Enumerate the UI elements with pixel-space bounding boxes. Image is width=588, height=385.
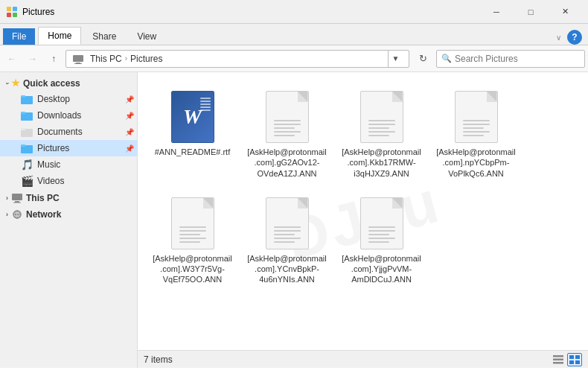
svg-rect-0 (7, 7, 11, 11)
maximize-button[interactable]: □ (514, 0, 548, 24)
pictures-label: Pictures (37, 143, 69, 153)
file-name: [AskHelp@protonmail.com].Kkb17RMW-i3qHJX… (342, 147, 421, 179)
music-icon: 🎵 (21, 159, 33, 171)
generic-file-icon (166, 194, 220, 253)
videos-icon: 🎬 (21, 175, 33, 187)
view-buttons (551, 353, 582, 366)
window-title: Pictures (22, 7, 479, 17)
this-pc-icon (11, 193, 23, 203)
sidebar-item-videos[interactable]: 🎬 Videos (0, 173, 137, 189)
back-button[interactable]: ← (3, 50, 21, 68)
file-name: [AskHelp@protonmail.com].gG2AOv12-OVdeA1… (247, 147, 327, 179)
breadcrumb-pictures[interactable]: Pictures (130, 54, 162, 64)
list-item[interactable]: W #ANN_README#.rtf (150, 84, 235, 182)
generic-file-icon (450, 87, 503, 147)
svg-rect-13 (21, 128, 25, 130)
svg-rect-4 (73, 55, 83, 62)
svg-rect-3 (13, 13, 17, 17)
tab-view[interactable]: View (127, 28, 166, 45)
breadcrumb-this-pc[interactable]: This PC (90, 54, 122, 64)
search-icon: 🔍 (441, 54, 452, 63)
svg-rect-27 (575, 355, 580, 359)
music-label: Music (37, 159, 60, 170)
main-layout: ★ Quick access Desktop 📌 Downloads 📌 (0, 72, 588, 368)
up-button[interactable]: ↑ (45, 50, 63, 68)
search-input[interactable] (455, 54, 580, 64)
tab-home[interactable]: Home (38, 27, 81, 45)
computer-icon (72, 53, 84, 65)
svg-rect-24 (553, 358, 563, 360)
sidebar-item-pictures[interactable]: Pictures 📌 (0, 140, 137, 156)
svg-rect-1 (13, 7, 17, 11)
files-grid: W #ANN_README#.rtf (138, 72, 588, 300)
desktop-folder-icon (21, 93, 33, 105)
close-button[interactable]: ✕ (548, 0, 582, 24)
list-item[interactable]: [AskHelp@protonmail.com].Kkb17RMW-i3qHJX… (339, 84, 424, 182)
refresh-button[interactable]: ↻ (412, 50, 433, 68)
desktop-label: Desktop (37, 94, 70, 104)
sidebar-section-quick-access: ★ Quick access Desktop 📌 Downloads 📌 (0, 75, 137, 189)
downloads-label: Downloads (37, 110, 81, 121)
svg-rect-25 (553, 362, 563, 364)
sidebar-section-network: Network (0, 207, 137, 222)
documents-pin-icon: 📌 (125, 128, 134, 136)
svg-rect-2 (7, 13, 11, 17)
pictures-pin-icon: 📌 (125, 144, 134, 153)
list-item[interactable]: [AskHelp@protonmail.com].npYCbpPm-VoPlkQ… (433, 84, 519, 182)
list-item[interactable]: [AskHelp@protonmail.com].gG2AOv12-OVdeA1… (244, 84, 330, 182)
svg-rect-23 (553, 355, 563, 357)
word-file-icon: W (166, 87, 220, 147)
sidebar-item-music[interactable]: 🎵 Music (0, 156, 137, 173)
quick-access-label: Quick access (23, 78, 80, 89)
network-chevron (6, 211, 8, 218)
sidebar-network-header[interactable]: Network (0, 207, 137, 222)
minimize-button[interactable]: ─ (479, 0, 514, 24)
svg-rect-6 (74, 63, 82, 64)
list-item[interactable]: [AskHelp@protonmail.com].W3Y7r5Vg-VqEf75… (150, 191, 235, 288)
breadcrumb: This PC › Pictures (72, 53, 388, 65)
sidebar-item-documents[interactable]: Documents 📌 (0, 124, 137, 140)
generic-file-icon (355, 194, 409, 253)
list-item[interactable]: [AskHelp@protonmail.com].YCnvBpkP-4u6nYN… (244, 191, 330, 288)
pictures-folder-icon (21, 142, 33, 154)
videos-label: Videos (37, 176, 64, 186)
downloads-folder-icon (21, 109, 33, 121)
search-box[interactable]: 🔍 (436, 50, 585, 68)
ribbon-collapse-button[interactable]: ∨ (556, 34, 561, 42)
svg-rect-29 (575, 360, 580, 364)
sidebar-this-pc-header[interactable]: This PC (0, 191, 137, 206)
quick-access-chevron (6, 80, 8, 87)
address-dropdown-button[interactable]: ▼ (388, 50, 403, 68)
item-count: 7 items (144, 354, 551, 365)
downloads-pin-icon: 📌 (125, 112, 134, 120)
sidebar-item-downloads[interactable]: Downloads 📌 (0, 107, 137, 124)
list-view-button[interactable] (551, 353, 566, 366)
list-item[interactable]: [AskHelp@protonmail.com].YjjgPvVM-AmDlDC… (339, 191, 424, 288)
tab-file[interactable]: File (3, 28, 35, 45)
title-bar: Pictures ─ □ ✕ (0, 0, 588, 24)
network-icon (11, 209, 23, 220)
file-area: DJvu W (138, 72, 588, 368)
address-bar[interactable]: This PC › Pictures ▼ (65, 50, 409, 68)
help-button[interactable]: ? (567, 30, 582, 45)
sidebar-item-desktop[interactable]: Desktop 📌 (0, 91, 137, 107)
generic-file-icon (261, 87, 314, 147)
grid-view-button[interactable] (567, 353, 582, 366)
forward-button[interactable]: → (24, 50, 42, 68)
svg-rect-28 (569, 360, 574, 364)
this-pc-chevron (6, 194, 8, 202)
file-name: #ANN_README#.rtf (155, 147, 230, 157)
app-icon (6, 6, 18, 18)
svg-rect-9 (21, 95, 25, 98)
network-label: Network (26, 209, 61, 220)
sidebar-quick-access-header[interactable]: ★ Quick access (0, 75, 137, 91)
svg-rect-16 (12, 194, 22, 200)
this-pc-label: This PC (26, 193, 60, 203)
ribbon: File Home Share View ∨ ? (0, 24, 588, 45)
documents-label: Documents (37, 127, 83, 137)
sidebar: ★ Quick access Desktop 📌 Downloads 📌 (0, 72, 138, 368)
word-icon-shape: W (171, 91, 214, 143)
tab-share[interactable]: Share (83, 28, 126, 45)
breadcrumb-chevron-1: › (125, 54, 127, 63)
file-name: [AskHelp@protonmail.com].YCnvBpkP-4u6nYN… (247, 253, 327, 285)
